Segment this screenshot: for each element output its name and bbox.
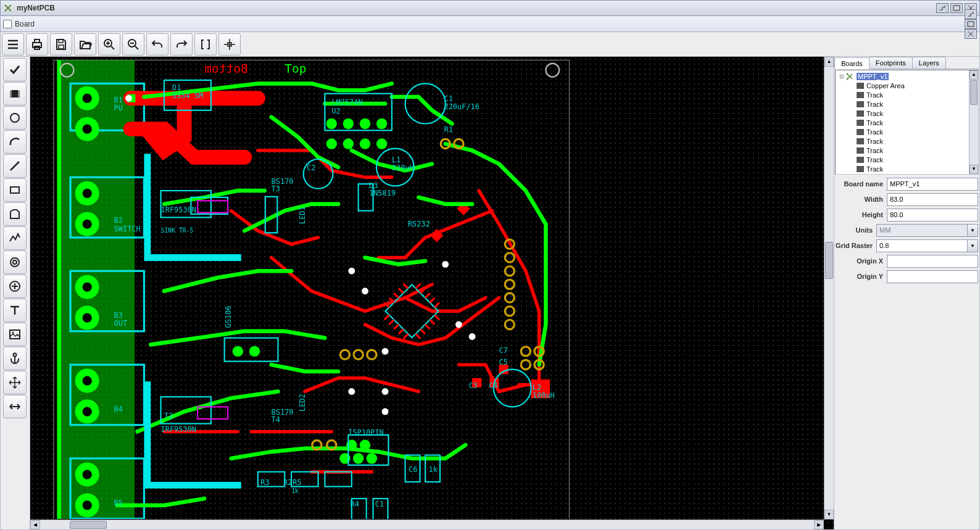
svg-point-41 <box>83 313 92 323</box>
tree-item[interactable]: Track <box>837 109 967 118</box>
scroll-down-icon[interactable]: ▼ <box>970 165 978 174</box>
tab-boards[interactable]: Boards <box>834 57 870 69</box>
units-select[interactable] <box>876 224 967 237</box>
svg-point-93 <box>505 253 514 262</box>
pcb-canvas[interactable]: Top Bottom <box>30 57 834 529</box>
tree-root[interactable]: ⊟ MPPT_v1 <box>837 72 967 81</box>
tree-scroll-thumb[interactable] <box>970 80 978 105</box>
ellipse-tool[interactable] <box>3 106 27 130</box>
svg-point-44 <box>83 470 92 479</box>
svg-rect-86 <box>325 472 351 487</box>
svg-rect-15 <box>10 330 20 339</box>
tree-item[interactable]: Track <box>837 127 967 136</box>
scroll-up-icon[interactable]: ▲ <box>970 70 978 80</box>
grid-raster-select[interactable] <box>876 239 967 252</box>
polyline-tool[interactable] <box>3 226 27 250</box>
svg-rect-111 <box>197 407 228 419</box>
zoom-in-button[interactable] <box>98 33 120 56</box>
svg-text:B4: B4 <box>114 405 123 413</box>
chip-tool[interactable] <box>3 82 27 106</box>
tree-item[interactable]: Track <box>837 118 967 127</box>
tree-item[interactable]: Track <box>837 164 967 173</box>
svg-text:R2: R2 <box>283 478 292 487</box>
scroll-down-icon[interactable]: ▼ <box>824 510 834 520</box>
svg-text:C3: C3 <box>469 381 478 390</box>
svg-point-16 <box>12 332 14 334</box>
svg-point-45 <box>83 500 92 510</box>
svg-text:B2: B2 <box>114 216 123 225</box>
tree-item[interactable]: Track <box>837 155 967 164</box>
anchor-tool[interactable] <box>3 347 27 370</box>
canvas-vscrollbar[interactable]: ▲ ▼ <box>824 57 834 520</box>
vscroll-thumb[interactable] <box>825 242 833 279</box>
width-input[interactable] <box>887 193 978 206</box>
svg-text:R5: R5 <box>293 478 301 487</box>
crosshair-button[interactable] <box>218 33 241 56</box>
tree-item[interactable]: Track <box>837 90 967 99</box>
menu-button[interactable] <box>2 33 24 56</box>
svg-text:T2: T2 <box>164 412 173 420</box>
add-tool[interactable] <box>3 275 27 298</box>
tree-item[interactable]: Copper Area <box>837 81 967 90</box>
layer-icon <box>857 129 864 135</box>
svg-point-99 <box>521 347 530 356</box>
svg-point-61 <box>343 138 354 149</box>
print-button[interactable] <box>26 33 48 56</box>
rect-tool[interactable] <box>3 178 27 202</box>
hscroll-thumb[interactable] <box>70 521 107 529</box>
svg-text:T3: T3 <box>272 184 280 193</box>
svg-point-60 <box>326 138 337 149</box>
svg-text:R3: R3 <box>260 478 269 487</box>
open-button[interactable] <box>74 33 96 56</box>
chevron-down-icon: ▼ <box>970 243 975 249</box>
redo-button[interactable] <box>170 33 193 56</box>
move-tool[interactable] <box>3 371 27 394</box>
check-tool[interactable] <box>3 58 27 81</box>
doc-close-button[interactable] <box>965 29 977 39</box>
pcb-artwork: Top Bottom <box>30 57 834 519</box>
svg-text:B5: B5 <box>114 499 123 507</box>
tree-item[interactable]: Track <box>837 99 967 109</box>
window-maximize-button[interactable] <box>950 3 963 13</box>
line-tool[interactable] <box>3 154 27 178</box>
main-area: Top Bottom <box>0 57 980 530</box>
polygon-tool[interactable] <box>3 202 27 226</box>
brackets-button[interactable] <box>194 33 217 56</box>
tab-footprints[interactable]: Footprints <box>869 57 913 68</box>
svg-text:B1: B1 <box>114 96 123 104</box>
origin-x-input[interactable] <box>887 255 978 268</box>
doc-minimize2-button[interactable] <box>965 9 977 19</box>
target-tool[interactable] <box>3 251 27 274</box>
grid-raster-dropdown-button[interactable]: ▼ <box>967 239 978 252</box>
svg-text:LED2: LED2 <box>298 394 307 412</box>
origin-y-input[interactable] <box>887 270 978 283</box>
units-dropdown-button[interactable]: ▼ <box>967 224 978 237</box>
undo-button[interactable] <box>146 33 168 56</box>
svg-rect-9 <box>12 90 18 97</box>
scroll-left-icon[interactable]: ◀ <box>30 520 40 529</box>
window-minimize2-button[interactable] <box>936 3 949 13</box>
text-tool[interactable] <box>3 299 27 322</box>
height-input[interactable] <box>887 209 978 222</box>
svg-text:1N5819: 1N5819 <box>369 189 396 197</box>
save-button[interactable] <box>50 33 72 56</box>
canvas-hscrollbar[interactable]: ◀ ▶ <box>30 520 824 529</box>
tree-item[interactable]: Track <box>837 136 967 146</box>
tree-item[interactable]: Track <box>837 146 967 155</box>
scroll-right-icon[interactable]: ▶ <box>814 520 824 529</box>
svg-point-115 <box>442 261 449 268</box>
svg-text:L1: L1 <box>392 155 401 164</box>
svg-text:1k: 1k <box>291 487 299 494</box>
zoom-out-button[interactable] <box>122 33 144 56</box>
hresize-tool[interactable] <box>3 395 27 418</box>
svg-point-38 <box>83 189 92 198</box>
tree-scrollbar[interactable]: ▲ ▼ <box>969 70 978 174</box>
image-tool[interactable] <box>3 323 27 346</box>
scroll-up-icon[interactable]: ▲ <box>824 57 834 67</box>
board-name-input[interactable] <box>887 178 978 191</box>
outline-tree[interactable]: ⊟ MPPT_v1 Copper Area Track Track Track … <box>835 70 979 175</box>
tab-layers[interactable]: Layers <box>912 57 946 68</box>
arc-tool[interactable] <box>3 130 27 154</box>
doc-maximize-button[interactable] <box>965 19 977 29</box>
svg-point-56 <box>326 118 337 129</box>
